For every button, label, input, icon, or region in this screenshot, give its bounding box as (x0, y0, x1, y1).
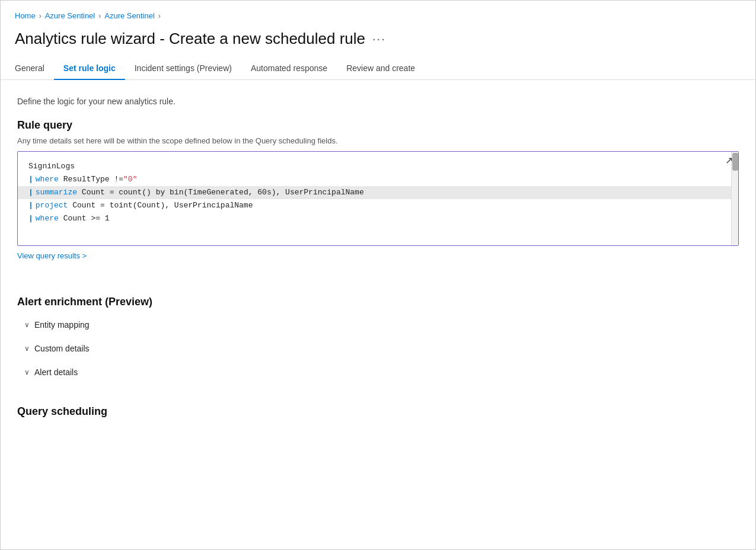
entity-mapping-item[interactable]: ∨ Entity mapping (17, 313, 739, 337)
page-title: Analytics rule wizard - Create a new sch… (15, 30, 365, 48)
query-scheduling-title: Query scheduling (17, 405, 739, 418)
breadcrumb-sep-2: › (98, 12, 101, 20)
kw-project: project (36, 199, 68, 212)
code-text-2: ResultType != (59, 173, 123, 186)
tab-set-rule-logic[interactable]: Set rule logic (54, 57, 125, 80)
query-scheduling-section: Query scheduling (17, 405, 739, 418)
alert-enrichment-title: Alert enrichment (Preview) (17, 296, 739, 308)
code-line-1: SigninLogs (28, 160, 728, 173)
tab-incident-settings[interactable]: Incident settings (Preview) (125, 57, 241, 80)
breadcrumb-home[interactable]: Home (15, 11, 36, 20)
main-content: Define the logic for your new analytics … (1, 80, 755, 418)
kw-where-2: where (36, 212, 59, 225)
rule-query-title: Rule query (17, 119, 739, 132)
scrollbar-thumb (732, 153, 738, 171)
pipe-2: | (28, 186, 33, 199)
breadcrumb-sep-3: › (158, 12, 161, 20)
pipe-1: | (28, 173, 33, 186)
tabs-bar: General Set rule logic Incident settings… (1, 57, 755, 80)
query-editor-wrapper: ↗ SigninLogs | where ResultType != "0" | (17, 151, 739, 246)
code-text-5: Count >= 1 (59, 212, 110, 225)
str-val: "0" (123, 173, 137, 186)
chevron-alert-details: ∨ (24, 368, 30, 376)
tab-general[interactable]: General (15, 57, 54, 80)
page-menu-icon[interactable]: ··· (372, 32, 386, 46)
kw-where-1: where (36, 173, 59, 186)
breadcrumb-sep-1: › (39, 12, 42, 20)
alert-enrichment-section: Alert enrichment (Preview) ∨ Entity mapp… (17, 296, 739, 384)
custom-details-item[interactable]: ∨ Custom details (17, 337, 739, 360)
query-editor[interactable]: SigninLogs | where ResultType != "0" | s… (17, 151, 739, 246)
expand-icon[interactable]: ↗ (725, 155, 733, 166)
rule-query-section: Rule query Any time details set here wil… (17, 119, 739, 277)
entity-mapping-label: Entity mapping (34, 320, 90, 330)
chevron-custom-details: ∨ (24, 344, 30, 353)
alert-details-item[interactable]: ∨ Alert details (17, 360, 739, 384)
section-description: Define the logic for your new analytics … (17, 97, 739, 106)
code-text: SigninLogs (28, 160, 75, 173)
breadcrumb-azure-sentinel-1[interactable]: Azure Sentinel (45, 11, 95, 20)
code-line-3: | summarize Count = count() by bin(TimeG… (18, 186, 738, 199)
custom-details-label: Custom details (34, 344, 90, 353)
pipe-3: | (28, 199, 33, 212)
breadcrumb-azure-sentinel-2[interactable]: Azure Sentinel (104, 11, 155, 20)
page-container: Home › Azure Sentinel › Azure Sentinel ›… (0, 0, 756, 550)
tab-automated-response[interactable]: Automated response (241, 57, 337, 80)
pipe-4: | (28, 212, 33, 225)
code-line-4: | project Count = toint(Count), UserPrin… (28, 199, 728, 212)
view-query-results-link[interactable]: View query results > (17, 251, 87, 260)
alert-details-label: Alert details (34, 367, 78, 377)
breadcrumb: Home › Azure Sentinel › Azure Sentinel › (1, 1, 755, 24)
page-title-row: Analytics rule wizard - Create a new sch… (1, 24, 755, 57)
rule-query-subtitle: Any time details set here will be within… (17, 136, 739, 145)
code-line-5: | where Count >= 1 (28, 212, 728, 225)
kw-summarize: summarize (36, 186, 77, 199)
code-text-3: Count = count() by bin(TimeGenerated, 60… (77, 186, 364, 199)
code-line-2: | where ResultType != "0" (28, 173, 728, 186)
tab-review-and-create[interactable]: Review and create (337, 57, 425, 80)
code-text-4: Count = toint(Count), UserPrincipalName (68, 199, 253, 212)
chevron-entity-mapping: ∨ (24, 321, 30, 329)
